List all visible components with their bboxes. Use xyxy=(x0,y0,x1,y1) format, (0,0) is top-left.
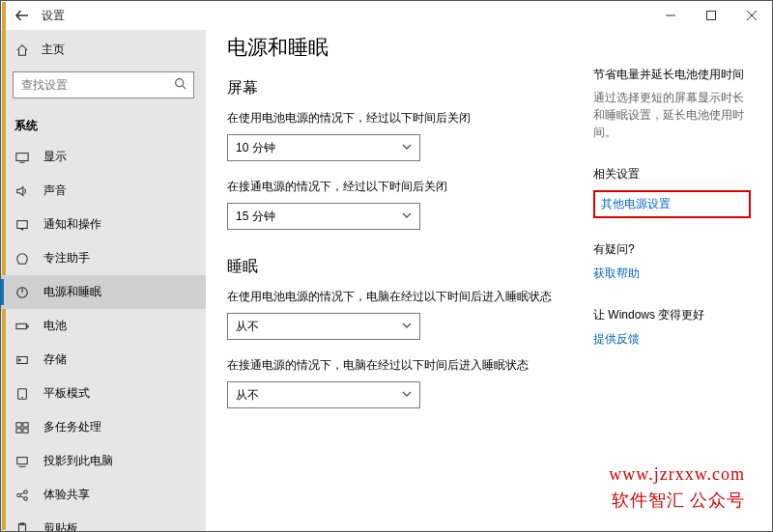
svg-rect-11 xyxy=(16,323,27,328)
sleep-battery-label: 在使用电池电源的情况下，电脑在经过以下时间后进入睡眠状态 xyxy=(227,289,582,305)
chevron-down-icon xyxy=(402,141,412,154)
sleep-plugged-value: 从不 xyxy=(236,387,259,404)
power-tip-body: 通过选择更短的屏幕显示时长和睡眠设置，延长电池使用时间。 xyxy=(593,89,751,141)
svg-rect-8 xyxy=(17,220,28,228)
sidebar-item-project[interactable]: 投影到此电脑 xyxy=(1,444,206,478)
svg-rect-21 xyxy=(17,457,28,463)
sidebar-home[interactable]: 主页 xyxy=(1,34,206,66)
svg-rect-6 xyxy=(16,153,28,160)
battery-icon xyxy=(14,319,30,334)
improve-title: 让 Windows 变得更好 xyxy=(593,307,751,323)
svg-rect-19 xyxy=(16,428,21,432)
sidebar-item-shared[interactable]: 体验共享 xyxy=(1,478,206,512)
share-icon xyxy=(14,488,30,503)
sidebar-item-label: 电源和睡眠 xyxy=(43,284,101,300)
search-input[interactable] xyxy=(13,71,194,98)
sidebar-item-battery[interactable]: 电池 xyxy=(1,309,206,343)
svg-rect-1 xyxy=(707,12,716,20)
sidebar-item-display[interactable]: 显示 xyxy=(1,140,206,174)
search-icon xyxy=(174,77,186,93)
screen-battery-label: 在使用电池电源的情况下，经过以下时间后关闭 xyxy=(227,110,582,126)
svg-rect-20 xyxy=(23,428,28,432)
sound-icon xyxy=(14,183,30,199)
svg-point-23 xyxy=(24,490,28,493)
screen-plugged-value: 15 分钟 xyxy=(236,209,275,225)
sidebar-category: 系统 xyxy=(1,108,206,140)
close-button[interactable] xyxy=(731,1,772,30)
page-title: 电源和睡眠 xyxy=(227,34,582,61)
sleep-plugged-label: 在接通电源的情况下，电脑在经过以下时间后进入睡眠状态 xyxy=(227,357,582,374)
sidebar-item-label: 投影到此电脑 xyxy=(43,453,113,469)
chevron-down-icon xyxy=(402,210,412,223)
home-icon xyxy=(14,42,30,58)
give-feedback-link[interactable]: 提供反馈 xyxy=(593,331,751,348)
svg-rect-17 xyxy=(16,422,21,426)
sidebar-item-power-sleep[interactable]: 电源和睡眠 xyxy=(1,275,206,309)
sidebar-item-focus[interactable]: 专注助手 xyxy=(1,241,206,275)
svg-rect-12 xyxy=(26,325,28,327)
screen-battery-value: 10 分钟 xyxy=(236,140,275,156)
multitask-icon xyxy=(14,420,30,435)
svg-point-14 xyxy=(19,359,21,361)
back-icon[interactable] xyxy=(14,8,30,23)
sidebar-item-notifications[interactable]: 通知和操作 xyxy=(1,208,206,241)
content-pane: 电源和睡眠 屏幕 在使用电池电源的情况下，经过以下时间后关闭 10 分钟 在接通… xyxy=(227,32,582,531)
power-icon xyxy=(14,285,30,300)
sleep-battery-select[interactable]: 从不 xyxy=(227,313,420,340)
svg-line-25 xyxy=(20,492,24,494)
title-bar: 设置 xyxy=(1,1,772,30)
sidebar-item-label: 剪贴板 xyxy=(43,520,78,531)
help-title: 有疑问? xyxy=(593,241,751,258)
svg-point-4 xyxy=(176,79,184,87)
clipboard-icon xyxy=(14,521,30,532)
sidebar-home-label: 主页 xyxy=(42,42,65,58)
sidebar-item-label: 体验共享 xyxy=(43,487,90,503)
chevron-down-icon xyxy=(402,388,412,402)
minimize-button[interactable] xyxy=(650,1,691,30)
sidebar-item-storage[interactable]: 存储 xyxy=(1,343,206,377)
sidebar-item-clipboard[interactable]: 剪贴板 xyxy=(1,512,206,531)
svg-line-26 xyxy=(20,495,24,497)
svg-line-5 xyxy=(183,86,186,89)
sidebar-item-label: 电池 xyxy=(43,318,67,334)
sleep-plugged-select[interactable]: 从不 xyxy=(227,381,420,408)
sidebar-item-label: 存储 xyxy=(43,351,67,368)
related-settings-title: 相关设置 xyxy=(593,166,751,182)
svg-point-22 xyxy=(17,493,21,497)
tablet-icon xyxy=(14,386,30,402)
other-power-settings-link[interactable]: 其他电源设置 xyxy=(593,190,751,218)
screen-plugged-select[interactable]: 15 分钟 xyxy=(227,203,420,230)
display-icon xyxy=(14,150,30,165)
sidebar-item-label: 多任务处理 xyxy=(43,419,101,435)
power-tip-title: 节省电量并延长电池使用时间 xyxy=(593,67,751,83)
chevron-down-icon xyxy=(402,320,412,333)
section-screen-title: 屏幕 xyxy=(227,78,582,98)
sidebar: 主页 系统 显示 声音 通知和操作 专注助手 xyxy=(1,30,206,531)
storage-icon xyxy=(14,352,30,368)
screen-battery-select[interactable]: 10 分钟 xyxy=(227,134,420,161)
sidebar-item-multitask[interactable]: 多任务处理 xyxy=(1,410,206,444)
notifications-icon xyxy=(14,217,30,233)
sidebar-item-label: 平板模式 xyxy=(43,385,90,402)
section-sleep-title: 睡眠 xyxy=(227,257,582,277)
focus-icon xyxy=(14,251,30,266)
sidebar-item-label: 专注助手 xyxy=(43,250,90,266)
sidebar-item-label: 声音 xyxy=(43,182,67,199)
app-title: 设置 xyxy=(42,8,65,24)
svg-point-24 xyxy=(24,496,28,500)
get-help-link[interactable]: 获取帮助 xyxy=(593,266,751,282)
svg-rect-18 xyxy=(23,422,28,426)
sidebar-item-tablet[interactable]: 平板模式 xyxy=(1,377,206,410)
sleep-battery-value: 从不 xyxy=(236,319,259,335)
sidebar-item-label: 通知和操作 xyxy=(43,216,101,233)
sidebar-item-sound[interactable]: 声音 xyxy=(1,174,206,208)
project-icon xyxy=(14,454,30,469)
maximize-button[interactable] xyxy=(691,1,731,30)
screen-plugged-label: 在接通电源的情况下，经过以下时间后关闭 xyxy=(227,179,582,195)
related-panel: 节省电量并延长电池使用时间 通过选择更短的屏幕显示时长和睡眠设置，延长电池使用时… xyxy=(582,32,751,531)
sidebar-item-label: 显示 xyxy=(43,149,67,165)
